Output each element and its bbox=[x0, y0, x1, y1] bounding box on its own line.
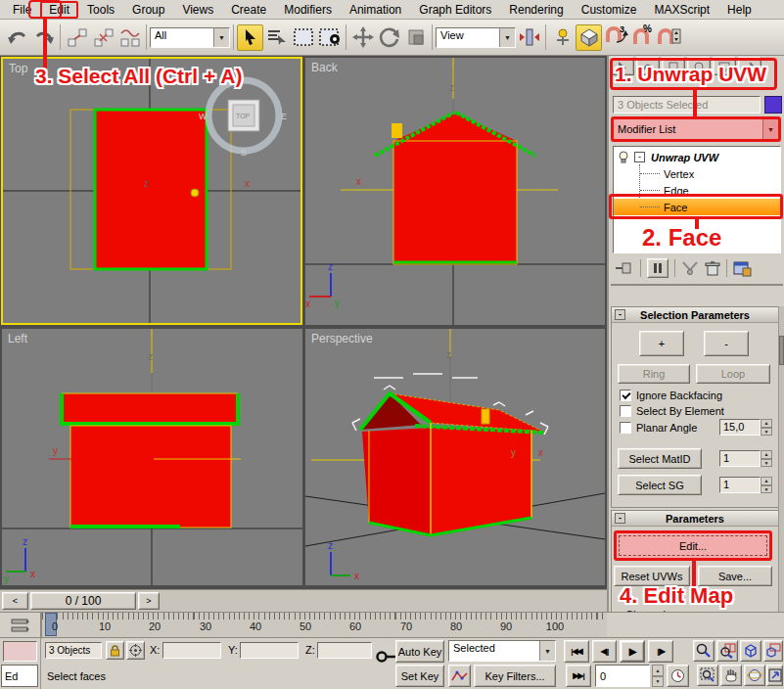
stack-item-vertex[interactable]: Vertex bbox=[614, 165, 780, 182]
configure-modifier-sets-icon[interactable] bbox=[733, 260, 752, 277]
chevron-down-icon[interactable]: ▼ bbox=[213, 28, 229, 47]
chevron-down-icon[interactable]: ▼ bbox=[499, 28, 515, 47]
menu-group[interactable]: Group bbox=[123, 1, 173, 19]
menu-tools[interactable]: Tools bbox=[78, 1, 123, 19]
grow-selection-button[interactable]: + bbox=[639, 331, 684, 356]
spin-up-icon[interactable]: ▲ bbox=[652, 665, 664, 676]
snaps-toggle-3d-icon[interactable] bbox=[576, 24, 602, 51]
min-max-toggle-button[interactable] bbox=[766, 665, 783, 686]
region-zoom-button[interactable] bbox=[697, 665, 718, 686]
sg-value[interactable]: 1 bbox=[719, 477, 761, 493]
chevron-down-icon[interactable]: ▼ bbox=[539, 641, 555, 661]
zoom-extents-all-button[interactable] bbox=[763, 640, 783, 662]
modifier-list-dropdown[interactable]: Modifier List ▼ bbox=[611, 116, 781, 142]
viewport-left[interactable]: Left y z bbox=[2, 329, 302, 585]
menu-create[interactable]: Create bbox=[222, 1, 275, 19]
ring-button[interactable]: Ring bbox=[618, 364, 690, 384]
angle-snap-icon[interactable]: 3 bbox=[602, 24, 628, 51]
track-bar[interactable]: 0 10 20 30 40 50 60 70 80 90 100 bbox=[41, 613, 607, 637]
top-view-selected-roof-faces[interactable] bbox=[95, 110, 207, 269]
select-link-icon[interactable] bbox=[64, 24, 90, 51]
planar-angle-spinner[interactable]: 15,0 ▲▼ bbox=[719, 419, 772, 436]
menu-animation[interactable]: Animation bbox=[341, 1, 410, 19]
next-frame-button[interactable]: ||▶ bbox=[648, 640, 673, 663]
zoom-all-button[interactable] bbox=[716, 640, 738, 662]
selection-lock-toggle[interactable] bbox=[106, 641, 124, 660]
time-slider-track[interactable]: < 0 / 100 > bbox=[0, 589, 607, 612]
spin-down-icon[interactable]: ▼ bbox=[652, 676, 664, 688]
checkbox-icon[interactable] bbox=[620, 422, 631, 434]
house-back-view[interactable] bbox=[375, 113, 535, 264]
reference-coordsys-combo[interactable]: View ▼ bbox=[436, 27, 516, 48]
sg-spinner[interactable]: 1 ▲▼ bbox=[719, 477, 772, 493]
unlink-icon[interactable] bbox=[90, 24, 116, 51]
window-crossing-icon[interactable] bbox=[316, 24, 343, 51]
viewport-perspective[interactable]: Perspective bbox=[305, 329, 605, 585]
time-configuration-button[interactable] bbox=[667, 665, 689, 687]
arc-rotate-button[interactable] bbox=[744, 665, 765, 686]
set-key-button[interactable]: Set Key bbox=[395, 665, 444, 687]
object-color-swatch[interactable] bbox=[764, 96, 782, 114]
zoom-extents-button[interactable] bbox=[740, 640, 761, 662]
menu-rendering[interactable]: Rendering bbox=[500, 1, 572, 19]
stack-item-edge[interactable]: Edge bbox=[614, 182, 780, 199]
scrollbar-thumb[interactable] bbox=[779, 336, 784, 365]
collapse-icon[interactable]: - bbox=[615, 513, 625, 524]
current-frame-field[interactable]: 0 bbox=[595, 665, 650, 687]
object-name-field[interactable]: 3 Objects Selected bbox=[613, 96, 761, 114]
viewport-back[interactable]: Back x z bbox=[305, 58, 605, 325]
time-slider-next-button[interactable]: > bbox=[138, 592, 160, 610]
z-coord-field[interactable] bbox=[317, 642, 372, 659]
spin-down-icon[interactable]: ▼ bbox=[761, 459, 772, 468]
spin-up-icon[interactable]: ▲ bbox=[761, 450, 772, 459]
select-move-icon[interactable] bbox=[349, 24, 376, 51]
remove-modifier-icon[interactable] bbox=[705, 260, 720, 277]
menu-maxscript[interactable]: MAXScript bbox=[645, 1, 718, 19]
y-coord-field[interactable] bbox=[240, 642, 299, 659]
loop-button[interactable]: Loop bbox=[696, 364, 770, 384]
planar-angle-checkbox[interactable]: Planar Angle bbox=[620, 422, 697, 434]
viewcube[interactable]: TOP W E S bbox=[199, 80, 287, 158]
spinner-buttons[interactable]: ▲▼ bbox=[761, 419, 772, 436]
default-in-out-tangents-button[interactable] bbox=[448, 665, 471, 687]
menu-help[interactable]: Help bbox=[718, 1, 761, 19]
stack-collapse-box[interactable]: - bbox=[634, 152, 645, 162]
stack-item-face-selected[interactable]: Face bbox=[614, 199, 780, 215]
checkbox-checked-icon[interactable] bbox=[620, 390, 631, 401]
spin-up-icon[interactable]: ▲ bbox=[761, 419, 772, 428]
parameters-title-bar[interactable]: - Parameters bbox=[612, 511, 778, 527]
make-unique-icon[interactable] bbox=[681, 260, 699, 276]
stack-item-unwrap-uvw[interactable]: - Unwrap UVW bbox=[614, 149, 780, 165]
matid-spinner[interactable]: 1 ▲▼ bbox=[719, 450, 772, 467]
menu-views[interactable]: Views bbox=[173, 1, 222, 19]
bind-spacewarp-icon[interactable] bbox=[116, 24, 143, 51]
time-slider-prev-button[interactable]: < bbox=[2, 592, 28, 610]
chevron-down-icon[interactable]: ▼ bbox=[762, 119, 778, 139]
spin-up-icon[interactable]: ▲ bbox=[761, 477, 772, 485]
bulb-icon[interactable] bbox=[617, 151, 630, 164]
select-sg-button[interactable]: Select SG bbox=[618, 475, 702, 495]
maxscript-mini-listener[interactable]: Ed bbox=[1, 665, 38, 687]
house-left-view[interactable] bbox=[60, 393, 240, 528]
select-matid-button[interactable]: Select MatID bbox=[618, 448, 702, 469]
undo-icon[interactable] bbox=[4, 24, 30, 51]
x-coord-field[interactable] bbox=[162, 642, 221, 659]
selection-parameters-title-bar[interactable]: - Selection Parameters bbox=[612, 307, 778, 323]
time-slider-thumb[interactable]: 0 / 100 bbox=[30, 592, 136, 610]
viewport-top[interactable]: Top z x TOP W E S bbox=[1, 57, 302, 325]
edit-uvw-button[interactable]: Edit... bbox=[614, 530, 772, 561]
matid-value[interactable]: 1 bbox=[719, 450, 761, 467]
mini-curve-editor-button[interactable] bbox=[0, 613, 41, 637]
percent-snap-icon[interactable]: % bbox=[628, 24, 655, 51]
checkbox-icon[interactable] bbox=[620, 405, 631, 417]
absolute-offset-toggle[interactable] bbox=[126, 641, 145, 660]
menu-file[interactable]: File bbox=[4, 1, 40, 19]
show-end-result-icon[interactable] bbox=[647, 258, 669, 278]
selection-filter-combo[interactable]: All ▼ bbox=[150, 27, 230, 48]
ignore-backfacing-checkbox[interactable]: Ignore Backfacing bbox=[620, 390, 722, 401]
key-filter-mode-combo[interactable]: Selected ▼ bbox=[448, 640, 556, 662]
pan-button[interactable] bbox=[720, 665, 742, 686]
select-manipulate-icon[interactable] bbox=[549, 24, 576, 51]
spin-down-icon[interactable]: ▼ bbox=[761, 485, 772, 494]
menu-graph-editors[interactable]: Graph Editors bbox=[410, 1, 500, 19]
